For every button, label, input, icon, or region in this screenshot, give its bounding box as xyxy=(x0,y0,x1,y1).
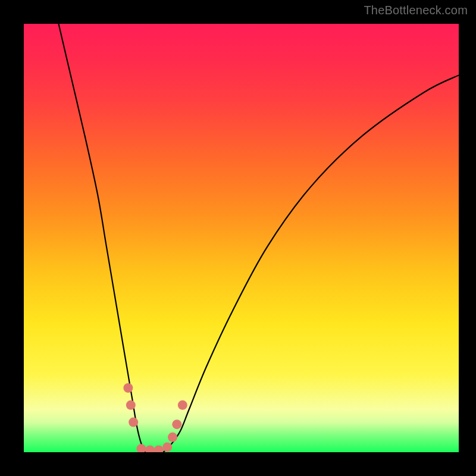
watermark-text: TheBottleneck.com xyxy=(364,4,468,17)
chart-frame: TheBottleneck.com xyxy=(0,0,476,476)
highlight-dot xyxy=(162,442,172,452)
highlight-dot xyxy=(172,419,181,429)
plot-area xyxy=(24,24,459,452)
highlight-dot xyxy=(129,418,138,427)
bottleneck-curve xyxy=(24,24,459,452)
highlight-dot xyxy=(178,400,187,410)
highlight-dot xyxy=(154,445,164,452)
highlight-dot xyxy=(145,445,155,452)
highlight-dot xyxy=(168,433,177,442)
highlight-dot xyxy=(123,383,133,393)
highlight-dot xyxy=(136,444,146,452)
highlight-dot xyxy=(126,400,136,410)
